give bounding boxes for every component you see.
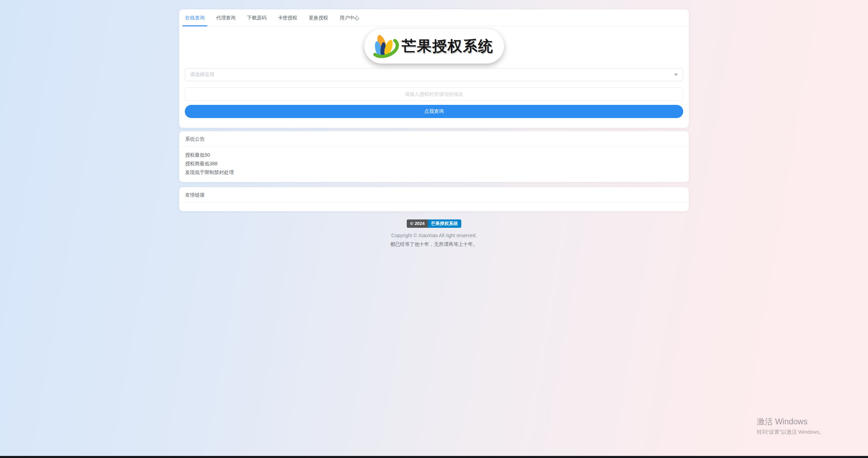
tab-label: 更换授权 — [309, 15, 328, 20]
tab-label: 卡密授权 — [278, 15, 297, 20]
tab-agent-query[interactable]: 代理查询 — [216, 9, 235, 26]
tab-change-auth[interactable]: 更换授权 — [309, 9, 328, 26]
announcement-title: 系统公告 — [179, 131, 689, 147]
announcement-card: 系统公告 授权最低50 授权商最低388 发现低于限制禁封处理 — [179, 131, 689, 182]
friendly-links-card: 友情链接 — [179, 187, 689, 211]
active-tab-underline — [182, 25, 207, 26]
watermark-title: 激活 Windows — [757, 416, 825, 427]
windows-activation-watermark: 激活 Windows 转到“设置”以激活 Windows。 — [757, 416, 825, 435]
friendly-links-body — [179, 203, 689, 211]
screen-bottom-edge — [0, 456, 868, 458]
footer-badge: © 2024 芒果授权系统 — [407, 219, 461, 228]
tab-label: 代理查询 — [216, 15, 235, 20]
mango-logo-icon — [369, 31, 400, 61]
announcement-line: 授权商最低388 — [185, 159, 683, 168]
tab-download-source[interactable]: 下载源码 — [247, 9, 266, 26]
domain-input[interactable] — [185, 88, 683, 101]
logo-row: 芒果授权系统 — [179, 29, 689, 64]
chevron-down-icon — [674, 74, 678, 76]
tab-label: 在线查询 — [185, 15, 205, 20]
tab-card-auth[interactable]: 卡密授权 — [278, 9, 297, 26]
badge-year: © 2024 — [407, 219, 428, 228]
tab-user-center[interactable]: 用户中心 — [340, 9, 359, 26]
site-logo: 芒果授权系统 — [364, 29, 504, 64]
footer-tagline: 都已经等了他十年，无所谓再等上十年。 — [179, 241, 689, 248]
announcement-line: 发现低于限制禁封处理 — [185, 168, 683, 177]
announcement-body: 授权最低50 授权商最低388 发现低于限制禁封处理 — [179, 147, 689, 182]
badge-site-name: 芒果授权系统 — [428, 219, 461, 228]
site-footer: © 2024 芒果授权系统 Copyright © XiaoXiao All r… — [179, 219, 689, 248]
query-card: 在线查询 代理查询 下载源码 卡密授权 更换授权 — [179, 9, 689, 128]
page-background: 在线查询 代理查询 下载源码 卡密授权 更换授权 — [0, 0, 868, 458]
tab-label: 用户中心 — [340, 15, 359, 20]
logo-title: 芒果授权系统 — [402, 36, 494, 56]
tab-label: 下载源码 — [247, 15, 266, 20]
watermark-subtitle: 转到“设置”以激活 Windows。 — [757, 429, 825, 435]
nav-tabs: 在线查询 代理查询 下载源码 卡密授权 更换授权 — [179, 9, 689, 26]
app-select-placeholder: 请选择应用 — [190, 72, 214, 78]
announcement-line: 授权最低50 — [185, 151, 683, 159]
content-container: 在线查询 代理查询 下载源码 卡密授权 更换授权 — [179, 9, 689, 248]
app-select[interactable]: 请选择应用 — [185, 68, 683, 81]
copyright-text: Copyright © XiaoXiao All right reserved. — [179, 233, 689, 238]
query-button[interactable]: 点我查询 — [185, 105, 683, 118]
tab-online-query[interactable]: 在线查询 — [185, 9, 205, 26]
friendly-links-title: 友情链接 — [179, 187, 689, 203]
